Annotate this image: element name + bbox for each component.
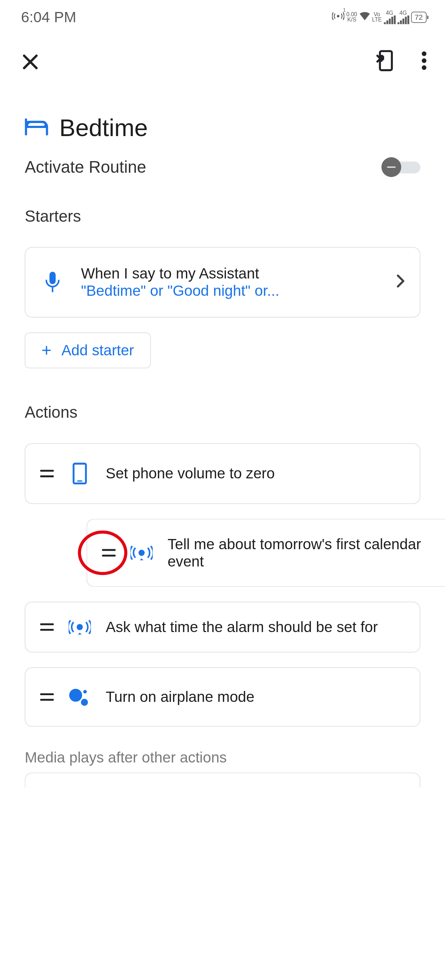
status-time: 6:04 PM — [21, 8, 76, 26]
activate-routine-label: Activate Routine — [25, 158, 146, 177]
bed-icon — [25, 118, 48, 138]
svg-point-2 — [422, 51, 426, 56]
svg-rect-5 — [26, 122, 46, 127]
add-to-home-icon[interactable] — [374, 49, 394, 74]
signal-2: 4G — [397, 10, 409, 24]
activate-routine-row: Activate Routine — [25, 158, 420, 177]
svg-point-12 — [84, 690, 87, 694]
action-label: Set phone volume to zero — [106, 465, 405, 482]
battery-indicator: 72 — [411, 11, 427, 22]
toolbar — [0, 34, 445, 90]
action-label: Turn on airplane mode — [106, 689, 405, 706]
media-section-label: Media plays after other actions — [25, 749, 420, 766]
starter-subtitle: "Bedtime" or "Good night" or... — [81, 282, 380, 300]
close-button[interactable] — [21, 52, 40, 71]
svg-point-11 — [70, 689, 82, 702]
add-starter-label: Add starter — [61, 342, 134, 359]
action-label: Tell me about tomorrow's first calendar … — [168, 536, 445, 570]
action-label: Ask what time the alarm should be set fo… — [106, 618, 405, 636]
svg-point-9 — [138, 550, 145, 556]
actions-section-label: Actions — [25, 403, 420, 422]
data-rate-indicator: 0.00 K/S — [347, 11, 357, 22]
starter-voice-card[interactable]: When I say to my Assistant "Bedtime" or … — [25, 247, 420, 318]
mic-icon — [40, 272, 65, 293]
starter-title: When I say to my Assistant — [81, 265, 380, 282]
more-options-icon[interactable] — [422, 51, 427, 73]
svg-point-0 — [337, 14, 339, 17]
status-right-cluster: 1 0.00 K/S Vo LTE 4G 4G 72 — [332, 10, 426, 24]
action-card-volume[interactable]: Set phone volume to zero — [25, 443, 420, 504]
chevron-right-icon — [396, 274, 405, 291]
broadcast-icon — [69, 619, 91, 635]
action-card-airplane[interactable]: Turn on airplane mode — [25, 667, 420, 727]
wifi-icon — [359, 11, 371, 22]
drag-handle-icon[interactable] — [40, 623, 54, 631]
action-card-calendar[interactable]: Tell me about tomorrow's first calendar … — [87, 519, 445, 587]
svg-point-13 — [81, 699, 88, 706]
volte-indicator: Vo LTE — [372, 11, 382, 22]
svg-point-3 — [422, 59, 426, 63]
page-title-row: Bedtime — [25, 115, 420, 142]
status-bar: 6:04 PM 1 0.00 K/S Vo LTE 4G — [0, 0, 445, 34]
broadcast-icon — [131, 545, 153, 561]
plus-icon: + — [41, 344, 52, 356]
action-card-alarm[interactable]: Ask what time the alarm should be set fo… — [25, 602, 420, 652]
media-card-top[interactable] — [25, 772, 420, 787]
svg-point-4 — [422, 65, 426, 70]
drag-handle-icon[interactable] — [102, 549, 116, 557]
signal-1: 4G — [384, 10, 395, 24]
svg-point-10 — [77, 624, 83, 630]
hotspot-icon: 1 — [332, 11, 344, 23]
starters-section-label: Starters — [25, 207, 420, 226]
assistant-icon — [69, 686, 91, 708]
page-title: Bedtime — [60, 115, 148, 142]
drag-handle-icon[interactable] — [40, 470, 54, 477]
toggle-knob — [381, 157, 401, 177]
phone-icon — [69, 463, 91, 485]
add-starter-button[interactable]: + Add starter — [25, 332, 151, 368]
activate-routine-toggle[interactable] — [383, 161, 420, 173]
svg-rect-6 — [49, 272, 55, 284]
drag-handle-icon[interactable] — [40, 694, 54, 701]
